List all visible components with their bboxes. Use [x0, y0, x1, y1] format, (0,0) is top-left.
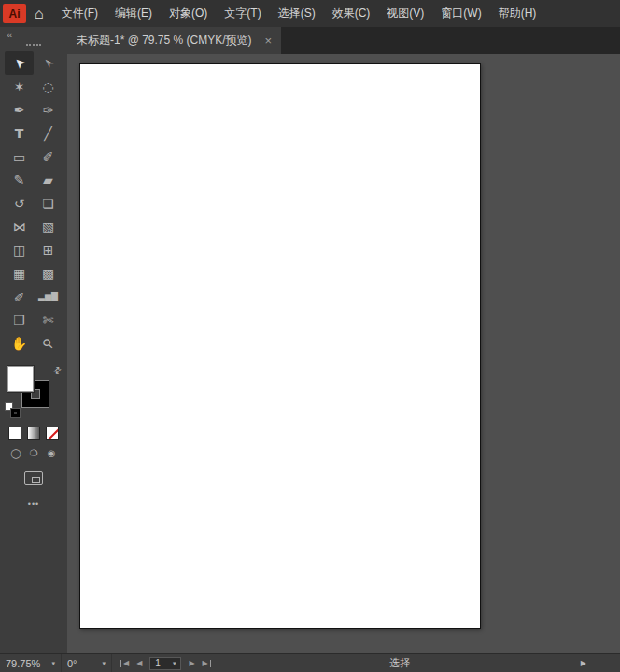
- menu-item[interactable]: 选择(S): [270, 0, 324, 27]
- panel-drag-grip[interactable]: [26, 44, 41, 46]
- gradient-tool[interactable]: ▩: [34, 261, 63, 285]
- pen-tool[interactable]: ✒: [5, 98, 34, 121]
- statusbar-expand-icon[interactable]: ▶: [581, 659, 586, 667]
- first-artboard-icon[interactable]: ◀: [120, 660, 129, 667]
- paintbrush-icon: ✐: [43, 150, 54, 163]
- menu-item[interactable]: 对象(O): [161, 0, 216, 27]
- artboard[interactable]: [79, 63, 481, 629]
- document-tab[interactable]: 未标题-1* @ 79.75 % (CMYK/预览) ×: [67, 27, 281, 54]
- selection-tool[interactable]: ➤: [5, 51, 34, 75]
- next-artboard-icon[interactable]: ▶: [189, 660, 194, 667]
- width-icon: ⋈: [13, 220, 26, 233]
- tool-grid: ➤➢✶◌✒✑T╱▭✐✎▰↺❏⋈▧◫⊞▦▩✏▂▅▇❐✄✋⚲: [0, 51, 67, 355]
- free-transform-icon: ▧: [42, 220, 54, 233]
- menu-item[interactable]: 视图(V): [378, 0, 432, 27]
- pen-icon: ✒: [14, 104, 25, 117]
- rotate-tool[interactable]: ↺: [5, 191, 34, 215]
- mesh-tool[interactable]: ▦: [5, 261, 34, 285]
- fill-stroke-widget: ⇄: [4, 364, 63, 418]
- menu-item[interactable]: 文件(F): [53, 0, 106, 27]
- type-tool[interactable]: T: [5, 121, 34, 145]
- zoom-level-dropdown[interactable]: 79.75% ▾: [0, 654, 62, 672]
- rotation-value: 0°: [67, 658, 78, 669]
- document-tab-title: 未标题-1* @ 79.75 % (CMYK/预览): [77, 33, 252, 49]
- type-icon: T: [15, 127, 24, 140]
- draw-mode-buttons: ◯❍◉: [0, 446, 67, 460]
- width-tool[interactable]: ⋈: [5, 215, 34, 238]
- eyedropper-tool[interactable]: ✏: [5, 285, 34, 308]
- collapse-panel-icon[interactable]: «: [0, 27, 67, 39]
- slice-tool[interactable]: ✄: [34, 308, 63, 331]
- close-tab-icon[interactable]: ×: [265, 35, 273, 47]
- chevron-down-icon: ▾: [51, 660, 55, 667]
- chevron-down-icon: ▾: [173, 660, 176, 667]
- lasso-tool[interactable]: ◌: [34, 75, 63, 98]
- color-button[interactable]: [8, 427, 21, 440]
- lasso-icon: ◌: [42, 80, 53, 93]
- selection-icon: ➤: [10, 54, 27, 71]
- canvas-area[interactable]: [67, 54, 620, 653]
- menu-item[interactable]: 编辑(E): [106, 0, 161, 27]
- artboard-tool[interactable]: ❐: [5, 308, 34, 331]
- home-icon[interactable]: ⌂: [35, 7, 44, 21]
- zoom-tool[interactable]: ⚲: [34, 331, 63, 355]
- rectangle-tool[interactable]: ▭: [5, 145, 34, 168]
- column-graph-icon: ▂▅▇: [38, 292, 58, 301]
- rotation-dropdown[interactable]: 0° ▾: [62, 654, 112, 672]
- slice-icon: ✄: [43, 314, 54, 327]
- paintbrush-tool[interactable]: ✐: [34, 145, 63, 168]
- curvature-tool[interactable]: ✑: [34, 98, 63, 121]
- perspective-grid-icon: ⊞: [43, 244, 54, 257]
- perspective-grid-tool[interactable]: ⊞: [34, 238, 63, 261]
- mesh-icon: ▦: [13, 267, 25, 280]
- hand-tool[interactable]: ✋: [5, 331, 34, 355]
- menu-item[interactable]: 效果(C): [324, 0, 379, 27]
- magic-wand-icon: ✶: [14, 80, 25, 93]
- line-segment-tool[interactable]: ╱: [34, 121, 63, 145]
- menu-bar-items: 文件(F)编辑(E)对象(O)文字(T)选择(S)效果(C)视图(V)窗口(W)…: [53, 0, 545, 27]
- screen-mode-button[interactable]: [24, 471, 43, 485]
- default-fill-stroke-icon[interactable]: [5, 402, 20, 417]
- zoom-icon: ⚲: [40, 335, 56, 351]
- artboard-navigation: ◀ ◀ 1 ▾ ▶ ▶: [112, 657, 219, 670]
- artboard-number-dropdown[interactable]: 1 ▾: [149, 657, 181, 670]
- tools-panel: « ➤➢✶◌✒✑T╱▭✐✎▰↺❏⋈▧◫⊞▦▩✏▂▅▇❐✄✋⚲ ⇄ ◯❍◉ •••: [0, 27, 67, 653]
- menu-item[interactable]: 文字(T): [216, 0, 269, 27]
- previous-artboard-icon[interactable]: ◀: [136, 660, 142, 667]
- last-artboard-icon[interactable]: ▶: [203, 660, 211, 667]
- illustrator-logo-icon[interactable]: Ai: [3, 4, 26, 23]
- draw-normal-button[interactable]: ◯: [9, 446, 23, 460]
- artboard-number-value: 1: [155, 658, 161, 668]
- draw-behind-button[interactable]: ❍: [27, 446, 41, 460]
- menu-item[interactable]: 帮助(H): [490, 0, 545, 27]
- menu-item[interactable]: 窗口(W): [432, 0, 489, 27]
- fill-swatch[interactable]: [7, 366, 34, 392]
- column-graph-tool[interactable]: ▂▅▇: [34, 285, 63, 308]
- status-bar: 79.75% ▾ 0° ▾ ◀ ◀ 1 ▾ ▶ ▶ 选择 ▶: [0, 653, 620, 672]
- direct-selection-icon: ➢: [39, 54, 56, 71]
- scale-icon: ❏: [42, 197, 54, 210]
- status-label: 选择: [219, 656, 581, 670]
- screen-mode-icon: [32, 477, 40, 483]
- swap-fill-stroke-icon[interactable]: ⇄: [50, 364, 63, 377]
- curvature-icon: ✑: [43, 104, 54, 117]
- eraser-tool[interactable]: ▰: [34, 168, 63, 191]
- draw-inside-button[interactable]: ◉: [45, 446, 59, 460]
- gradient-button[interactable]: [27, 427, 40, 440]
- hand-icon: ✋: [11, 337, 27, 350]
- rectangle-icon: ▭: [13, 150, 25, 163]
- eraser-icon: ▰: [43, 174, 53, 187]
- zoom-level-value: 79.75%: [6, 658, 40, 669]
- document-tab-strip: 未标题-1* @ 79.75 % (CMYK/预览) ×: [67, 27, 620, 54]
- edit-toolbar-ellipsis[interactable]: •••: [0, 499, 67, 509]
- free-transform-tool[interactable]: ▧: [34, 215, 63, 238]
- pencil-icon: ✎: [14, 174, 25, 187]
- line-segment-icon: ╱: [44, 127, 51, 140]
- rotate-icon: ↺: [14, 197, 25, 210]
- pencil-tool[interactable]: ✎: [5, 168, 34, 191]
- none-button[interactable]: [46, 427, 59, 440]
- scale-tool[interactable]: ❏: [34, 191, 63, 215]
- magic-wand-tool[interactable]: ✶: [5, 75, 34, 98]
- direct-selection-tool[interactable]: ➢: [34, 51, 63, 75]
- shape-builder-tool[interactable]: ◫: [5, 238, 34, 261]
